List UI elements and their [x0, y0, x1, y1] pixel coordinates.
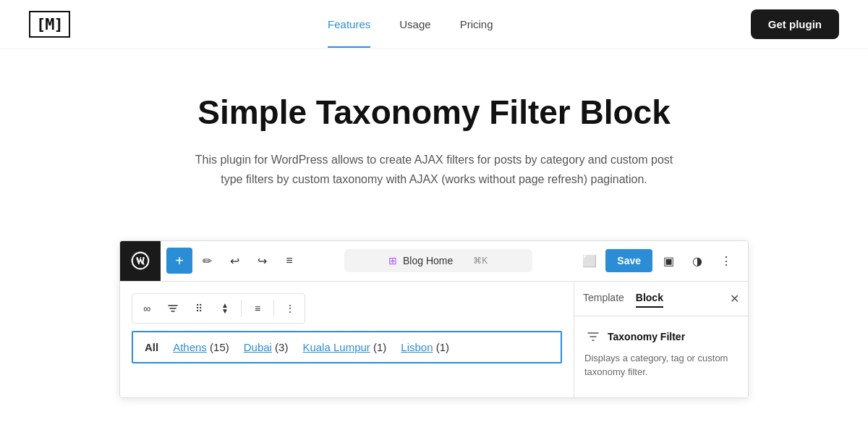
- url-bar[interactable]: ⊞ Blog Home ⌘K: [344, 249, 532, 272]
- sidebar-block-name: Taxonomy Filter: [608, 331, 685, 342]
- nav-item-usage[interactable]: Usage: [399, 18, 430, 30]
- hero-section: Simple Taxonomy Filter Block This plugin…: [0, 49, 868, 219]
- editor-toolbar: W + ✏ ↩ ↪ ≡ ⊞ Blog Home ⌘K ⬜ Save ▣ ◑ ⋮: [120, 241, 748, 282]
- save-button[interactable]: Save: [605, 249, 652, 272]
- wp-logo-button[interactable]: W: [120, 240, 161, 281]
- sidebar-block-header: Taxonomy Filter: [584, 328, 738, 345]
- tab-block[interactable]: Block: [636, 289, 663, 308]
- editor-content: ∞ ⠿ ▲▼ ≡ ⋮ All Athens (15): [120, 282, 574, 397]
- page-icon: ⊞: [388, 255, 397, 266]
- toolbar-left-controls: + ✏ ↩ ↪ ≡: [161, 248, 308, 274]
- filter-item-lisbon[interactable]: Lisbon (1): [401, 341, 449, 353]
- svg-text:W: W: [136, 256, 145, 266]
- editor-sidebar: Template Block ✕ Taxonomy Filter Display…: [574, 282, 748, 397]
- block-more-button[interactable]: ⋮: [278, 297, 302, 320]
- url-bar-text: Blog Home: [403, 255, 453, 266]
- logo[interactable]: [M]: [29, 11, 70, 38]
- filter-item-athens[interactable]: Athens (15): [173, 341, 229, 353]
- hero-description: This plugin for WordPress allows to crea…: [188, 150, 680, 189]
- nav-item-features[interactable]: Features: [328, 18, 370, 30]
- contrast-button[interactable]: ◑: [684, 248, 710, 274]
- get-plugin-button[interactable]: Get plugin: [751, 9, 839, 39]
- undo-button[interactable]: ↩: [221, 248, 247, 274]
- more-options-button[interactable]: ⋮: [713, 248, 739, 274]
- preview-button[interactable]: ⬜: [576, 248, 603, 274]
- filter-item-dubai[interactable]: Dubai (3): [244, 341, 289, 353]
- filter-block: All Athens (15) Dubai (3) Kuala Lumpur (…: [132, 331, 562, 363]
- filter-item-all[interactable]: All: [145, 341, 158, 353]
- tab-template[interactable]: Template: [583, 289, 624, 308]
- toolbar-center: ⊞ Blog Home ⌘K: [308, 249, 568, 272]
- block-align-button[interactable]: ≡: [246, 297, 269, 320]
- sidebar-tabs-left: Template Block: [583, 289, 663, 308]
- block-toolbar: ∞ ⠿ ▲▼ ≡ ⋮: [132, 293, 305, 324]
- sidebar-toggle-button[interactable]: ▣: [655, 248, 681, 274]
- block-filter-button[interactable]: [161, 297, 184, 320]
- wordpress-icon: W: [129, 250, 151, 272]
- taxonomy-filter-icon: [584, 328, 602, 345]
- edit-button[interactable]: ✏: [194, 248, 220, 274]
- redo-button[interactable]: ↪: [249, 248, 275, 274]
- sidebar-tabs: Template Block ✕: [574, 282, 748, 316]
- toolbar-divider-2: [273, 300, 274, 317]
- sidebar-content: Taxonomy Filter Displays a category, tag…: [574, 316, 748, 391]
- filter-sidebar-icon: [586, 329, 600, 344]
- keyboard-shortcut: ⌘K: [473, 256, 488, 266]
- hero-title: Simple Taxonomy Filter Block: [14, 93, 854, 132]
- list-view-button[interactable]: ≡: [276, 248, 302, 274]
- nav-item-pricing[interactable]: Pricing: [460, 18, 493, 30]
- main-nav: Features Usage Pricing: [328, 18, 493, 30]
- sidebar-close-button[interactable]: ✕: [730, 292, 739, 306]
- add-block-button[interactable]: +: [166, 248, 192, 274]
- toolbar-right-controls: ⬜ Save ▣ ◑ ⋮: [568, 248, 748, 274]
- block-move-button[interactable]: ▲▼: [213, 297, 237, 320]
- toolbar-divider: [241, 300, 242, 317]
- block-link-button[interactable]: ∞: [135, 297, 158, 320]
- block-drag-button[interactable]: ⠿: [187, 297, 210, 320]
- filter-icon: [167, 303, 179, 314]
- editor-mock: W + ✏ ↩ ↪ ≡ ⊞ Blog Home ⌘K ⬜ Save ▣ ◑ ⋮: [119, 240, 749, 398]
- filter-items: All Athens (15) Dubai (3) Kuala Lumpur (…: [145, 341, 549, 353]
- header: [M] Features Usage Pricing Get plugin: [0, 0, 868, 49]
- filter-item-kuala-lumpur[interactable]: Kuala Lumpur (1): [302, 341, 386, 353]
- editor-body: ∞ ⠿ ▲▼ ≡ ⋮ All Athens (15): [120, 282, 748, 397]
- sidebar-block-description: Displays a category, tag or custom taxon…: [584, 351, 738, 379]
